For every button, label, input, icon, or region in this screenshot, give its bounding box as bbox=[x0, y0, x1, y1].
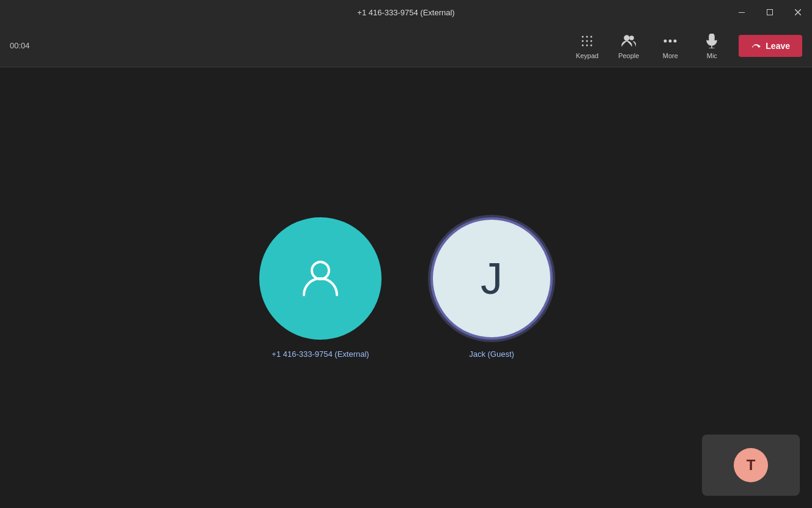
person-silhouette-icon bbox=[293, 251, 348, 306]
keypad-icon bbox=[578, 32, 596, 50]
call-timer: 00:04 bbox=[10, 41, 30, 50]
participant-jack-name: Jack (Guest) bbox=[469, 349, 514, 359]
self-view: T bbox=[702, 435, 800, 496]
keypad-button[interactable]: Keypad bbox=[567, 28, 607, 64]
svg-point-5 bbox=[586, 35, 588, 37]
svg-point-10 bbox=[582, 44, 584, 46]
more-label: More bbox=[663, 52, 678, 59]
toolbar: 00:04 Keypad bbox=[0, 24, 812, 67]
window-controls bbox=[728, 0, 812, 24]
mic-icon bbox=[703, 32, 720, 50]
svg-point-12 bbox=[591, 44, 592, 46]
svg-point-17 bbox=[674, 39, 677, 42]
participant-external-name: +1 416-333-9754 (External) bbox=[271, 349, 369, 359]
svg-point-11 bbox=[586, 44, 588, 46]
maximize-button[interactable] bbox=[756, 0, 784, 24]
svg-point-21 bbox=[312, 262, 329, 279]
people-icon bbox=[620, 32, 637, 50]
svg-rect-1 bbox=[767, 10, 773, 15]
svg-point-16 bbox=[669, 39, 672, 42]
people-label: People bbox=[618, 52, 639, 59]
main-content: +1 416-333-9754 (External) J Jack (Guest… bbox=[0, 67, 812, 508]
mic-button[interactable]: Mic bbox=[692, 28, 731, 64]
svg-point-9 bbox=[591, 40, 592, 42]
svg-point-15 bbox=[664, 39, 667, 42]
keypad-label: Keypad bbox=[576, 52, 599, 59]
self-avatar-initial: T bbox=[747, 457, 756, 474]
minimize-button[interactable] bbox=[728, 0, 756, 24]
title-bar: +1 416-333-9754 (External) bbox=[0, 0, 812, 24]
svg-point-8 bbox=[586, 40, 588, 42]
more-button[interactable]: More bbox=[651, 28, 690, 64]
self-avatar: T bbox=[734, 448, 768, 482]
mic-label: Mic bbox=[707, 52, 717, 59]
leave-button[interactable]: Leave bbox=[739, 35, 802, 57]
participant-jack: J Jack (Guest) bbox=[430, 217, 553, 359]
leave-phone-icon bbox=[751, 41, 761, 51]
toolbar-actions: Keypad People bbox=[567, 28, 731, 64]
svg-point-6 bbox=[591, 35, 592, 37]
svg-point-14 bbox=[630, 36, 633, 40]
people-button[interactable]: People bbox=[609, 28, 648, 64]
more-icon bbox=[662, 32, 679, 50]
avatar-jack: J bbox=[430, 217, 553, 340]
svg-point-13 bbox=[624, 35, 629, 40]
svg-rect-0 bbox=[739, 12, 745, 13]
leave-label: Leave bbox=[766, 41, 790, 51]
avatar-jack-initial: J bbox=[481, 253, 503, 304]
participant-external: +1 416-333-9754 (External) bbox=[259, 217, 382, 359]
avatar-external bbox=[259, 217, 382, 340]
window-title: +1 416-333-9754 (External) bbox=[357, 8, 454, 17]
close-button[interactable] bbox=[784, 0, 812, 24]
svg-point-4 bbox=[582, 35, 584, 37]
svg-point-7 bbox=[582, 40, 584, 42]
